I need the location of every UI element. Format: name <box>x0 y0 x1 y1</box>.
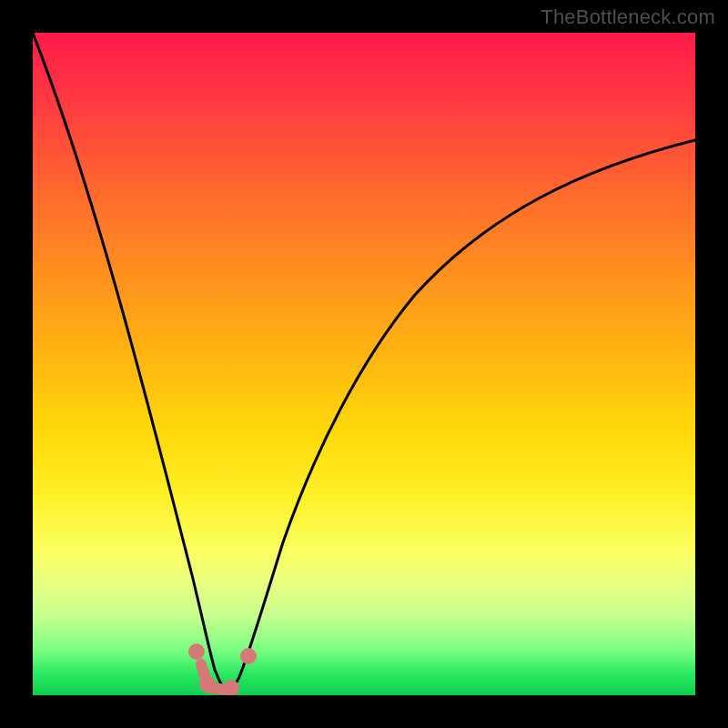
watermark-label: TheBottleneck.com <box>541 5 715 29</box>
chart-canvas: TheBottleneck.com <box>0 0 728 728</box>
bottleneck-curve <box>33 33 695 690</box>
marker-point <box>240 648 257 664</box>
curve-layer <box>33 33 695 695</box>
plot-area <box>33 33 695 695</box>
marker-point <box>188 643 205 660</box>
